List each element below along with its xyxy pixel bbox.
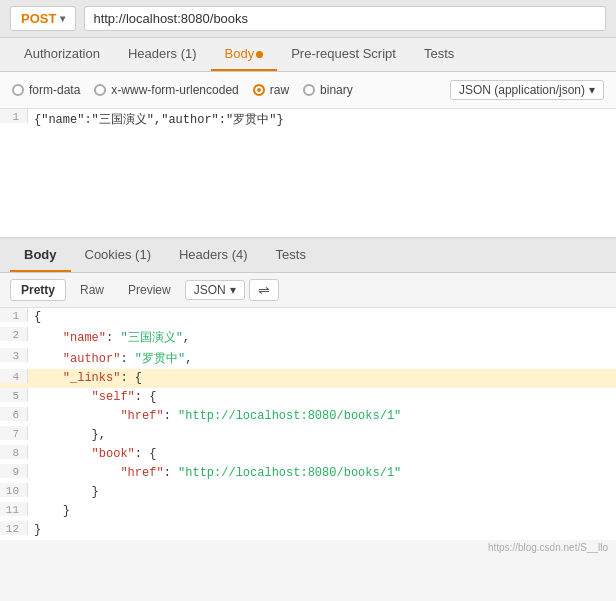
resp-line: 11 }: [0, 502, 616, 521]
resp-line: 4 "_links": {: [0, 369, 616, 388]
resp-line-num: 7: [0, 426, 28, 440]
view-pretty[interactable]: Pretty: [10, 279, 66, 301]
resp-line-num: 11: [0, 502, 28, 516]
radio-urlencoded-circle: [94, 84, 106, 96]
resp-line-num: 1: [0, 308, 28, 322]
resp-line: 6 "href": "http://localhost:8080/books/1…: [0, 407, 616, 426]
resp-line: 1{: [0, 308, 616, 327]
resp-line-num: 9: [0, 464, 28, 478]
view-bar: Pretty Raw Preview JSON ▾ ⇌: [0, 273, 616, 308]
format-chevron-icon: ▾: [589, 83, 595, 97]
resp-line: 12}: [0, 521, 616, 540]
resp-line-content: "href": "http://localhost:8080/books/1": [28, 464, 407, 482]
resp-line-content: "name": "三国演义",: [28, 327, 196, 348]
method-dropdown[interactable]: POST ▾: [10, 6, 76, 31]
radio-urlencoded[interactable]: x-www-form-urlencoded: [94, 83, 238, 97]
resp-line-content: "self": {: [28, 388, 162, 406]
resp-line: 3 "author": "罗贯中",: [0, 348, 616, 369]
tab-tests[interactable]: Tests: [410, 38, 468, 71]
resp-tab-cookies[interactable]: Cookies (1): [71, 239, 165, 272]
json-format-dropdown[interactable]: JSON ▾: [185, 280, 245, 300]
tab-headers[interactable]: Headers (1): [114, 38, 211, 71]
resp-tab-body[interactable]: Body: [10, 239, 71, 272]
resp-line: 7 },: [0, 426, 616, 445]
view-raw[interactable]: Raw: [70, 280, 114, 300]
resp-line-content: "href": "http://localhost:8080/books/1": [28, 407, 407, 425]
radio-formdata-circle: [12, 84, 24, 96]
radio-binary[interactable]: binary: [303, 83, 353, 97]
resp-tab-headers[interactable]: Headers (4): [165, 239, 262, 272]
radio-binary-circle: [303, 84, 315, 96]
wrap-button[interactable]: ⇌: [249, 279, 279, 301]
tab-body[interactable]: Body: [211, 38, 278, 71]
request-tabs: Authorization Headers (1) Body Pre-reque…: [0, 38, 616, 72]
watermark: https://blog.csdn.net/S__llo: [0, 540, 616, 555]
resp-line-num: 12: [0, 521, 28, 535]
resp-line-content: "book": {: [28, 445, 162, 463]
response-tabs: Body Cookies (1) Headers (4) Tests: [0, 239, 616, 273]
resp-line-content: }: [28, 502, 76, 520]
resp-line-content: }: [28, 521, 47, 539]
resp-line-num: 6: [0, 407, 28, 421]
tab-prerequest[interactable]: Pre-request Script: [277, 38, 410, 71]
resp-line-num: 10: [0, 483, 28, 497]
method-label: POST: [21, 11, 56, 26]
radio-raw[interactable]: raw: [253, 83, 289, 97]
radio-raw-circle: [253, 84, 265, 96]
response-code-area: 1{2 "name": "三国演义",3 "author": "罗贯中",4 "…: [0, 308, 616, 540]
tab-authorization[interactable]: Authorization: [10, 38, 114, 71]
req-line-content-1: {"name":"三国演义","author":"罗贯中"}: [28, 109, 290, 130]
req-line-num-1: 1: [0, 109, 28, 123]
format-dropdown[interactable]: JSON (application/json) ▾: [450, 80, 604, 100]
resp-line: 2 "name": "三国演义",: [0, 327, 616, 348]
url-input[interactable]: [84, 6, 606, 31]
view-preview[interactable]: Preview: [118, 280, 181, 300]
resp-line: 9 "href": "http://localhost:8080/books/1…: [0, 464, 616, 483]
resp-line: 8 "book": {: [0, 445, 616, 464]
resp-line-num: 4: [0, 369, 28, 383]
req-code-line: 1 {"name":"三国演义","author":"罗贯中"}: [0, 109, 616, 130]
resp-line-num: 3: [0, 348, 28, 362]
method-chevron-icon: ▾: [60, 13, 65, 24]
body-dot: [256, 51, 263, 58]
resp-line-num: 2: [0, 327, 28, 341]
resp-tab-tests[interactable]: Tests: [262, 239, 320, 272]
resp-line: 10 }: [0, 483, 616, 502]
json-chevron-icon: ▾: [230, 283, 236, 297]
resp-line-num: 8: [0, 445, 28, 459]
request-body-editor[interactable]: 1 {"name":"三国演义","author":"罗贯中"}: [0, 109, 616, 239]
resp-line-content: }: [28, 483, 105, 501]
resp-line-content: },: [28, 426, 112, 444]
top-bar: POST ▾: [0, 0, 616, 38]
radio-formdata[interactable]: form-data: [12, 83, 80, 97]
body-type-bar: form-data x-www-form-urlencoded raw bina…: [0, 72, 616, 109]
resp-line-num: 5: [0, 388, 28, 402]
resp-line-content: "author": "罗贯中",: [28, 348, 198, 369]
response-section: Body Cookies (1) Headers (4) Tests Prett…: [0, 239, 616, 555]
resp-line: 5 "self": {: [0, 388, 616, 407]
resp-line-content: "_links": {: [28, 369, 148, 387]
resp-line-content: {: [28, 308, 47, 326]
